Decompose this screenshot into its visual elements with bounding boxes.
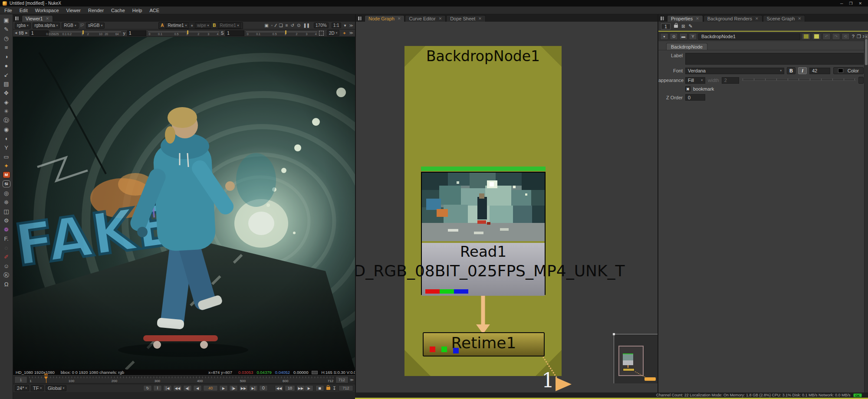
center-node-icon[interactable]: ⊙	[670, 33, 678, 40]
goto-end-button[interactable]: ▶|	[249, 385, 258, 391]
range-start-box[interactable]: 1	[14, 376, 27, 383]
close-icon[interactable]: ✕	[696, 16, 699, 21]
italic-button[interactable]: I	[798, 67, 807, 74]
colorspace-select[interactable]: sRGB▾	[86, 23, 105, 29]
node-graph-minimap[interactable]	[614, 334, 658, 383]
node-graph-tab[interactable]: Dope Sheet ✕	[446, 15, 486, 22]
menu-item[interactable]: Edit	[20, 8, 28, 13]
range-mode-select[interactable]: Global▾	[46, 385, 66, 391]
goto-start-button[interactable]: |◀	[163, 385, 172, 391]
display-mode-select[interactable]: RGB▾	[62, 23, 78, 29]
gamma-slider-handle[interactable]	[187, 30, 188, 34]
current-frame-input[interactable]: 40	[203, 385, 218, 391]
display-small-icon[interactable]: ▫	[271, 23, 273, 28]
overflow-chevrons-icon[interactable]: ≫	[349, 23, 353, 28]
overflow-chevrons-icon[interactable]: ≫	[349, 31, 353, 35]
node-graph-tab[interactable]: Curve Editor ✕	[405, 15, 446, 22]
backdrop-title[interactable]: BackdropNode1	[404, 48, 562, 65]
bold-button[interactable]: B	[787, 67, 796, 74]
wrench-icon[interactable]: Y	[689, 33, 697, 40]
modeler-icon[interactable]: M	[3, 171, 10, 178]
metadata-icon[interactable]: ◖	[1, 134, 12, 143]
swirl-icon[interactable]: ❁	[1, 225, 12, 234]
close-all-panels-icon[interactable]: ⊠	[681, 24, 685, 29]
proxy-mode[interactable]: 1:1	[332, 23, 341, 28]
fps-select[interactable]: 24*▾	[15, 385, 29, 391]
font-family-select[interactable]: Verdana ▾	[685, 68, 784, 74]
air-icon[interactable]: ✦	[1, 161, 12, 170]
ofx-icon[interactable]: ◎	[1, 189, 12, 198]
view-mode-select[interactable]: 2D▾	[327, 30, 339, 36]
node-glyph-icon[interactable]: ▬	[679, 33, 687, 40]
set-out-button[interactable]: O	[259, 385, 268, 391]
keylight-icon[interactable]: Ⓚ	[1, 271, 12, 280]
maximize-button[interactable]: ❐	[849, 1, 852, 6]
pause-icon[interactable]: ❚❚	[303, 23, 309, 28]
scanline-icon[interactable]: ≡	[286, 23, 288, 28]
close-icon[interactable]: ✕	[398, 16, 401, 21]
step-back-button[interactable]: ◀|	[183, 385, 192, 391]
properties-tab[interactable]: Properties ✕	[667, 15, 703, 22]
close-icon[interactable]: ✕	[439, 16, 442, 21]
keyer-icon[interactable]: ↙	[1, 70, 12, 79]
step-forward-button[interactable]: |▶	[229, 385, 238, 391]
frame-ruler[interactable]: 1100200300400500600712 40	[29, 376, 334, 383]
node-graph-tab[interactable]: Node Graph ✕	[365, 15, 404, 22]
display-full-icon[interactable]: ▣	[264, 23, 268, 28]
flipbook-icon[interactable]: ▶	[305, 385, 313, 391]
filter-icon[interactable]: ●	[1, 61, 12, 70]
saturation-slider-handle[interactable]	[285, 30, 286, 34]
menu-item[interactable]: Cache	[111, 8, 125, 13]
timeline-chevrons-icon[interactable]: ≫	[350, 378, 354, 382]
3d-icon[interactable]: ◈	[1, 98, 12, 107]
input-a-select[interactable]: Retime1▾	[165, 23, 189, 29]
edit-icon[interactable]: ✎	[688, 23, 692, 29]
channel-icon[interactable]: ≡	[1, 43, 12, 52]
loop-mode-button[interactable]: ↻	[143, 385, 152, 391]
float-panel-icon[interactable]: ❐	[857, 34, 861, 39]
layers-icon[interactable]: ❏	[279, 23, 283, 28]
play-backward-button[interactable]: ◀	[193, 385, 202, 391]
fstop-prev-button[interactable]: ◀	[15, 31, 17, 35]
menu-item[interactable]: Workspace	[35, 8, 59, 13]
transform-icon[interactable]: ✥	[1, 88, 12, 98]
node-graph-canvas[interactable]: BackdropNode1	[356, 22, 658, 392]
menu-item[interactable]: Help	[132, 8, 142, 13]
wipe-stripes-icon[interactable]: ∕∕	[275, 23, 276, 28]
pane-layout-icon[interactable]	[358, 16, 362, 21]
menu-item[interactable]: Viewer	[66, 8, 81, 13]
prev-keyframe-button[interactable]: ◀◀	[173, 385, 182, 391]
play-forward-button[interactable]: ▶	[219, 385, 228, 391]
close-icon[interactable]: ✕	[755, 16, 759, 21]
undo-icon[interactable]: ↶	[822, 33, 831, 40]
read-node-title[interactable]: Read1	[422, 243, 545, 260]
toolsets-icon[interactable]: Y	[1, 143, 12, 152]
font-size-input[interactable]: 42	[809, 68, 830, 74]
properties-scrollbar[interactable]: ▲	[864, 34, 868, 392]
wipe-center-button[interactable]: ●	[191, 23, 193, 28]
close-button[interactable]: ✕	[858, 1, 862, 6]
menu-item[interactable]: Render	[88, 8, 104, 13]
nudge-back-button[interactable]: ◀◀	[275, 385, 283, 391]
nudge-forward-button[interactable]: ▶▶	[296, 385, 305, 391]
gain-slider[interactable]: 0.0156250.10.212102064	[50, 30, 122, 36]
unlock-icon[interactable]	[674, 25, 678, 28]
revert-icon[interactable]: ⟲	[842, 33, 850, 40]
open-panels-count[interactable]: 1	[661, 23, 671, 29]
gamma-slider[interactable]: 00.10.51234	[148, 30, 219, 36]
lock-range-icon[interactable]	[326, 387, 330, 390]
silhouette-icon[interactable]: Si	[3, 180, 10, 187]
render-icon[interactable]: ◼	[316, 385, 324, 391]
next-keyframe-button[interactable]: ▶▶	[239, 385, 248, 391]
cylinder-icon[interactable]: ◫	[1, 207, 12, 216]
wipe-mode-select[interactable]: wipe▾	[195, 23, 211, 29]
input-process-toggle[interactable]: IP	[80, 23, 84, 28]
roi-box-icon[interactable]: ▢	[319, 31, 324, 36]
color-icon[interactable]: ◑	[1, 52, 12, 61]
frame-increment-input[interactable]: 10	[285, 385, 295, 391]
gamma-input[interactable]: 1	[127, 30, 146, 36]
range-end-box[interactable]: 712	[335, 376, 349, 383]
node-name-field[interactable]: BackdropNode1	[698, 33, 800, 40]
slider-extra-box[interactable]	[858, 77, 864, 84]
end-frame-display[interactable]: 712	[339, 385, 353, 391]
